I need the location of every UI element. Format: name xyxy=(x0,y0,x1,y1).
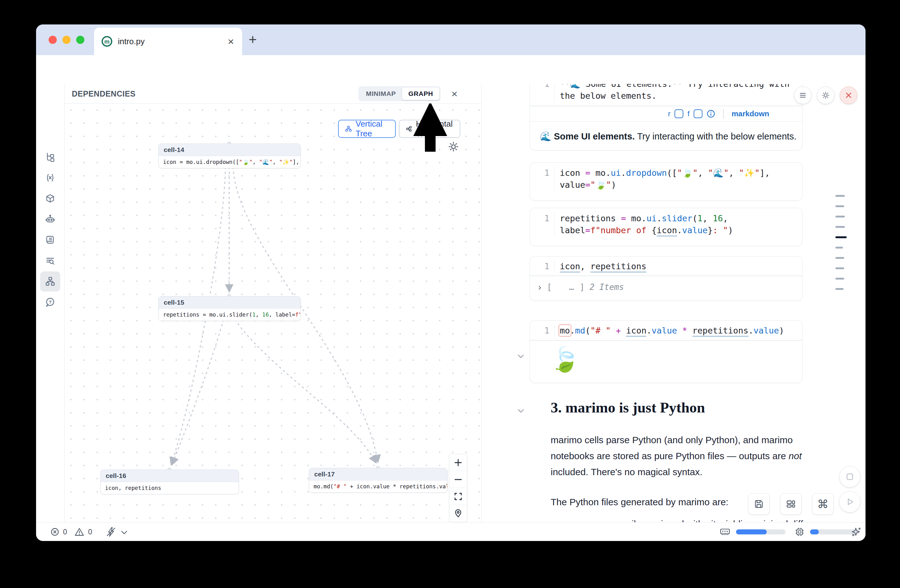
output-emoji: 🌊 xyxy=(540,132,551,141)
tab-graph[interactable]: GRAPH xyxy=(402,87,439,100)
cpu-usage-fill xyxy=(810,529,819,534)
cell-editor[interactable]: 1 mo.md("# " + icon.value * repetitions.… xyxy=(530,321,802,340)
stop-button[interactable] xyxy=(839,466,861,487)
format-checkbox[interactable] xyxy=(694,109,703,118)
cell-editor[interactable]: 1 **🌊 Some UI elements.** Try interactin… xyxy=(530,84,802,106)
keyboard-shortcuts-button[interactable]: ⌘ xyxy=(812,494,833,515)
info-icon[interactable] xyxy=(706,109,715,118)
sidebar-item-file-explorer[interactable] xyxy=(40,147,60,167)
language-mode-label[interactable]: markdown xyxy=(732,109,769,118)
package-cube-icon xyxy=(45,193,56,204)
minimap-cell-marker[interactable] xyxy=(835,195,845,197)
browser-toolbar: localhost:2718 Guest xyxy=(36,55,866,84)
status-bar: 0 0 xyxy=(36,522,866,541)
minimap-cell-marker[interactable] xyxy=(835,278,844,280)
layout-toggle-button[interactable] xyxy=(780,494,802,515)
run-button[interactable] xyxy=(839,491,861,512)
tab-minimap[interactable]: MINIMAP xyxy=(360,87,402,100)
tab-close-icon[interactable]: × xyxy=(228,36,234,47)
collapse-section-chevron-icon[interactable] xyxy=(515,405,526,416)
cell-menu-button[interactable] xyxy=(794,87,812,104)
sidebar-item-variables[interactable] xyxy=(40,168,60,188)
line-number: 1 xyxy=(530,325,555,337)
reactive-toggle-label: r xyxy=(668,109,670,118)
minimap-cell-marker-current[interactable] xyxy=(835,236,847,238)
reactive-checkbox[interactable] xyxy=(675,109,683,118)
minimize-window-button[interactable] xyxy=(62,36,71,44)
dependencies-header: DEPENDENCIES MINIMAP GRAPH × xyxy=(64,84,481,104)
errors-indicator-icon[interactable] xyxy=(50,527,60,537)
graph-node-cell-15[interactable]: cell-15 repetitions = mo.ui.slider(1, 16… xyxy=(158,296,301,321)
zoom-window-button[interactable] xyxy=(76,36,84,44)
list-search-icon xyxy=(45,255,56,266)
notebook-panel: 1 **🌊 Some UI elements.** Try interactin… xyxy=(481,84,866,522)
cell-editor[interactable]: 1 repetitions = mo.ui.slider(1, 16, labe… xyxy=(530,208,802,240)
cell-md-python: 1 mo.md("# " + icon.value * repetitions.… xyxy=(530,320,802,383)
vertical-tree-button[interactable]: Vertical Tree xyxy=(338,120,396,138)
close-window-button[interactable] xyxy=(49,36,57,44)
memory-usage-icon xyxy=(720,527,730,537)
line-number: 1 xyxy=(530,260,555,272)
markdown-config-row: r f markdown xyxy=(530,106,802,121)
ellipsis: … xyxy=(569,282,574,292)
cell-editor[interactable]: 1 icon = mo.ui.dropdown(["🍃", "🌊", "✨"],… xyxy=(530,162,802,195)
expand-chevron-icon[interactable]: › xyxy=(537,282,543,293)
zoom-in-button[interactable] xyxy=(449,454,467,471)
minimap-cell-marker[interactable] xyxy=(835,216,845,218)
memory-usage-bar xyxy=(736,529,785,534)
bracket-open: [ xyxy=(547,282,552,292)
ai-sparkle-button[interactable] xyxy=(851,526,862,537)
panel-title: DEPENDENCIES xyxy=(72,89,358,98)
help-icon: ? xyxy=(45,297,56,308)
sidebar-item-dependencies[interactable] xyxy=(40,271,60,291)
browser-tab[interactable]: m intro.py × xyxy=(94,28,242,55)
sidebar-item-ai-assistant[interactable] xyxy=(40,209,60,229)
minimap-cell-marker[interactable] xyxy=(835,257,844,259)
paragraph-text: marimo cells parse Python (and only Pyth… xyxy=(551,435,793,461)
app-content: ? DEPENDENCIES MINIMAP GRAPH × xyxy=(36,84,866,522)
sidebar-item-help[interactable]: ? xyxy=(40,292,60,312)
minimap-cell-marker[interactable] xyxy=(835,267,844,269)
view-mode-toggle: MINIMAP GRAPH xyxy=(358,86,441,101)
zoom-out-button[interactable] xyxy=(449,471,467,488)
marimo-favicon-icon: m xyxy=(101,36,113,47)
cell-editor[interactable]: 1 icon, repetitions xyxy=(530,257,802,275)
markdown-output: 🌊 Some UI elements. Try interacting with… xyxy=(530,122,802,150)
code-content: icon = mo.ui.dropdown(["🍃", "🌊", "✨"], v… xyxy=(555,167,776,191)
sidebar-item-packages[interactable] xyxy=(40,189,60,209)
code-content: repetitions = mo.ui.slider(1, 16, label=… xyxy=(555,212,776,236)
shutdown-button[interactable] xyxy=(840,87,857,104)
fit-view-button[interactable] xyxy=(449,488,467,505)
tab-strip: m intro.py × + xyxy=(36,25,866,55)
notebook-settings-button[interactable] xyxy=(817,87,835,104)
paragraph-emphasis: not xyxy=(789,451,802,461)
format-toggle-label: f xyxy=(687,109,690,118)
graph-node-cell-14[interactable]: cell-14 icon = mo.ui.dropdown(["🍃", "🌊",… xyxy=(158,144,301,168)
graph-node-title: cell-14 xyxy=(159,144,300,156)
variables-icon xyxy=(45,173,56,183)
locate-button[interactable] xyxy=(449,505,467,522)
warnings-indicator-icon[interactable] xyxy=(74,527,84,537)
graph-canvas[interactable]: cell-14 icon = mo.ui.dropdown(["🍃", "🌊",… xyxy=(64,104,481,522)
new-tab-button[interactable]: + xyxy=(249,32,257,46)
clipped-list-item: easily versioned with git, yielding mini… xyxy=(616,516,836,522)
collapse-output-chevron-icon[interactable] xyxy=(515,351,526,362)
minimap-cell-marker[interactable] xyxy=(835,247,843,249)
autorun-disabled-icon[interactable] xyxy=(106,526,116,537)
sidebar-item-logs[interactable] xyxy=(40,230,60,250)
paragraph-text: included. There's no magical syntax. xyxy=(551,467,703,477)
minimap-cell-marker[interactable] xyxy=(835,226,845,228)
panel-close-icon[interactable]: × xyxy=(451,88,458,99)
minimap-cell-marker[interactable] xyxy=(835,205,844,207)
vertical-tree-icon xyxy=(345,124,352,133)
minimap-cell-marker[interactable] xyxy=(835,288,844,290)
command-icon: ⌘ xyxy=(817,498,829,511)
cpu-usage-icon xyxy=(794,526,805,537)
graph-node-cell-17[interactable]: cell-17 mo.md("# " + icon.value * repeti… xyxy=(309,468,447,493)
runtime-menu-chevron-icon[interactable] xyxy=(120,529,128,535)
save-button[interactable] xyxy=(748,494,770,515)
code-content: icon, repetitions xyxy=(555,260,776,272)
graph-node-cell-16[interactable]: cell-16 icon, repetitions xyxy=(100,469,239,494)
sidebar-item-snippets[interactable] xyxy=(40,251,60,271)
collapsed-output[interactable]: › [ … ] 2 Items xyxy=(530,276,802,299)
